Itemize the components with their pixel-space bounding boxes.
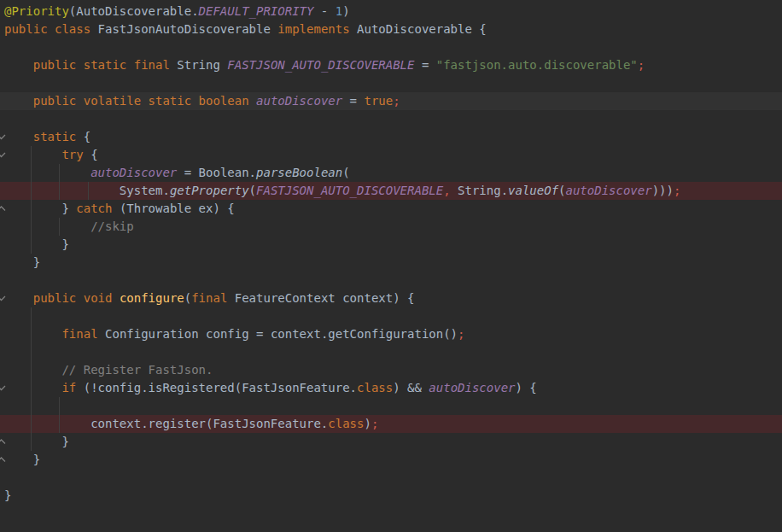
code-token: autoDiscover bbox=[429, 381, 515, 395]
code-token: autoDiscover bbox=[256, 94, 342, 108]
code-line[interactable]: public volatile static boolean autoDisco… bbox=[0, 92, 782, 110]
code-token: final bbox=[191, 291, 227, 305]
code-token: { bbox=[76, 130, 90, 143]
code-token bbox=[4, 219, 90, 233]
code-token bbox=[4, 94, 33, 108]
code-line[interactable] bbox=[0, 272, 782, 289]
code-token: try bbox=[61, 148, 83, 161]
code-token: 1 bbox=[336, 4, 342, 18]
indent-guide bbox=[59, 218, 60, 236]
code-token: //skip bbox=[90, 219, 134, 233]
code-line[interactable]: context.register(FastJsonFeature.class); bbox=[0, 415, 782, 433]
code-line[interactable]: public void configure(final FeatureConte… bbox=[0, 289, 782, 307]
code-token bbox=[4, 148, 61, 161]
code-token: = bbox=[414, 58, 435, 72]
code-token bbox=[4, 363, 61, 377]
code-token: FastJsonAutoDiscoverable bbox=[90, 22, 277, 36]
editor-content[interactable]: @Priority(AutoDiscoverable.DEFAULT_PRIOR… bbox=[0, 3, 782, 505]
code-line[interactable]: } bbox=[0, 451, 782, 469]
code-line[interactable]: } catch (Throwable ex) { bbox=[0, 200, 782, 218]
code-line[interactable]: } bbox=[0, 254, 782, 272]
fold-end-icon[interactable] bbox=[0, 204, 6, 213]
code-line[interactable] bbox=[0, 469, 782, 487]
code-token: ( bbox=[342, 166, 349, 179]
fold-collapse-icon[interactable] bbox=[0, 294, 6, 303]
code-token: public class bbox=[4, 22, 90, 36]
code-line[interactable]: System.getProperty(FASTJSON_AUTO_DISCOVE… bbox=[0, 182, 782, 200]
code-line[interactable]: } bbox=[0, 236, 782, 254]
code-line[interactable] bbox=[0, 38, 782, 56]
code-line[interactable] bbox=[0, 74, 782, 92]
code-token bbox=[4, 130, 33, 143]
code-line[interactable]: public static final String FASTJSON_AUTO… bbox=[0, 56, 782, 74]
fold-collapse-icon[interactable] bbox=[0, 383, 6, 393]
code-token bbox=[4, 58, 33, 72]
code-token: static bbox=[33, 130, 77, 143]
indent-guide bbox=[88, 182, 89, 200]
code-token: = Boolean. bbox=[177, 166, 256, 179]
code-token: ( bbox=[249, 184, 256, 197]
code-token: ) { bbox=[516, 381, 537, 395]
code-token bbox=[4, 327, 61, 341]
code-token: autoDiscover bbox=[90, 166, 177, 179]
fold-collapse-icon[interactable] bbox=[0, 132, 6, 142]
code-line[interactable]: final Configuration config = context.get… bbox=[0, 325, 782, 343]
code-token: "fastjson.auto.discoverable" bbox=[436, 58, 638, 72]
code-token: FASTJSON_AUTO_DISCOVERABLE bbox=[227, 58, 414, 72]
code-token bbox=[112, 291, 119, 305]
code-token: } bbox=[4, 435, 69, 448]
code-token: (!config.isRegistered(FastJsonFeature. bbox=[76, 381, 357, 395]
code-token: } bbox=[4, 488, 11, 502]
code-token: FeatureContext context) { bbox=[227, 291, 414, 305]
code-token: ) && bbox=[393, 381, 429, 395]
code-line[interactable] bbox=[0, 397, 782, 415]
code-token: ; bbox=[371, 417, 378, 430]
code-token: implements bbox=[277, 22, 349, 36]
code-line[interactable]: if (!config.isRegistered(FastJsonFeature… bbox=[0, 379, 782, 397]
code-token: ))) bbox=[652, 184, 674, 197]
code-token: (AutoDiscoverable. bbox=[69, 4, 199, 18]
indent-guide bbox=[59, 164, 60, 200]
code-line[interactable]: @Priority(AutoDiscoverable.DEFAULT_PRIOR… bbox=[0, 3, 782, 20]
code-line[interactable]: static { bbox=[0, 128, 782, 146]
code-token: true bbox=[364, 94, 393, 108]
code-token: catch bbox=[76, 202, 112, 215]
fold-end-icon[interactable] bbox=[0, 437, 6, 447]
code-token: class bbox=[357, 381, 393, 395]
fold-collapse-icon[interactable] bbox=[0, 150, 6, 160]
code-token: ( bbox=[558, 184, 565, 197]
code-token: } bbox=[4, 453, 40, 466]
code-token: ; bbox=[458, 327, 464, 341]
code-token: public static final bbox=[33, 58, 170, 72]
code-token bbox=[4, 291, 33, 305]
code-line[interactable]: autoDiscover = Boolean.parseBoolean( bbox=[0, 164, 782, 182]
code-token bbox=[4, 381, 61, 395]
code-token: if bbox=[61, 381, 76, 395]
code-token: - bbox=[313, 4, 335, 18]
code-line[interactable] bbox=[0, 307, 782, 325]
code-token: ) bbox=[364, 417, 371, 430]
code-token: { bbox=[84, 148, 98, 161]
code-line[interactable]: // Register FastJson. bbox=[0, 361, 782, 379]
code-token: public void bbox=[33, 291, 113, 305]
code-token: (Throwable ex) { bbox=[112, 202, 234, 215]
code-line[interactable] bbox=[0, 343, 782, 361]
code-token: public volatile static boolean bbox=[33, 94, 249, 108]
code-token: ( bbox=[184, 291, 191, 305]
code-token: ) bbox=[342, 4, 349, 18]
code-token: autoDiscover bbox=[566, 184, 652, 197]
code-token: // Register FastJson. bbox=[61, 363, 213, 377]
code-token: final bbox=[61, 327, 97, 341]
code-token: context.register(FastJsonFeature. bbox=[4, 417, 328, 430]
code-line[interactable]: } bbox=[0, 487, 782, 505]
code-line[interactable] bbox=[0, 110, 782, 128]
code-line[interactable]: } bbox=[0, 433, 782, 451]
code-line[interactable]: //skip bbox=[0, 218, 782, 236]
code-token: String bbox=[170, 58, 227, 72]
code-token: configure bbox=[120, 291, 184, 305]
code-line[interactable]: public class FastJsonAutoDiscoverable im… bbox=[0, 20, 782, 38]
indent-guide bbox=[31, 307, 32, 451]
fold-end-icon[interactable] bbox=[0, 455, 6, 465]
code-line[interactable]: try { bbox=[0, 146, 782, 164]
code-token: ; bbox=[638, 58, 645, 72]
